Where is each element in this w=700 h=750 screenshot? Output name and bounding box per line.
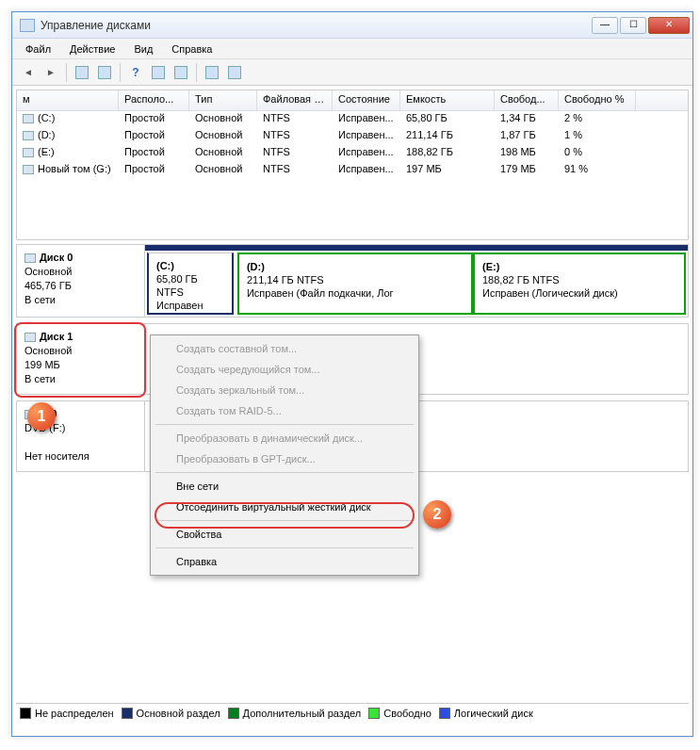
legend-item: Дополнительный раздел bbox=[228, 708, 362, 719]
app-icon bbox=[20, 19, 35, 32]
toolbar-btn-4[interactable] bbox=[171, 62, 191, 83]
titlebar[interactable]: Управление дисками — ☐ ✕ bbox=[12, 12, 692, 39]
disk-1-info[interactable]: Диск 1 Основной 199 МБ В сети bbox=[17, 324, 145, 394]
col-type[interactable]: Тип bbox=[189, 90, 257, 110]
legend: Не распределенОсновной разделДополнитель… bbox=[16, 703, 689, 732]
menu-help[interactable]: Справка bbox=[162, 41, 221, 57]
volume-list[interactable]: м Располо... Тип Файловая с... Состояние… bbox=[16, 90, 689, 240]
disk-icon bbox=[24, 333, 36, 342]
volume-row[interactable]: (C:)ПростойОсновнойNTFSИсправен...65,80 … bbox=[17, 111, 688, 128]
partition-d[interactable]: (D:)211,14 ГБ NTFSИсправен (Файл подкачк… bbox=[237, 253, 473, 315]
ctx-properties[interactable]: Свойства bbox=[154, 524, 415, 545]
toolbar-btn-1[interactable] bbox=[72, 62, 92, 83]
disk-icon bbox=[24, 253, 36, 263]
volume-row[interactable]: (E:)ПростойОсновнойNTFSИсправен...188,82… bbox=[17, 145, 688, 162]
ctx-detach-vhd[interactable]: Отсоединить виртуальный жесткий диск bbox=[154, 497, 415, 517]
legend-item: Свободно bbox=[368, 708, 431, 719]
menubar: Файл Действие Вид Справка bbox=[12, 39, 692, 59]
partition-e[interactable]: (E:)188,82 ГБ NTFSИсправен (Логический д… bbox=[473, 253, 686, 315]
minimize-button[interactable]: — bbox=[592, 17, 618, 34]
col-free[interactable]: Свобод... bbox=[495, 90, 559, 110]
volume-header-row: м Располо... Тип Файловая с... Состояние… bbox=[17, 90, 688, 111]
ctx-help[interactable]: Справка bbox=[154, 551, 415, 572]
disk-0-partitions: (C:)65,80 ГБ NTFSИсправен (Система, Загр… bbox=[145, 245, 688, 317]
menu-action[interactable]: Действие bbox=[60, 41, 124, 57]
col-name[interactable]: м bbox=[17, 90, 119, 110]
disk-graphical-view: Диск 0 Основной 465,76 ГБ В сети (C:)65,… bbox=[16, 244, 689, 472]
ctx-create-mirror: Создать зеркальный том... bbox=[154, 380, 415, 400]
col-status[interactable]: Состояние bbox=[333, 90, 400, 110]
window-title: Управление дисками bbox=[41, 19, 592, 32]
toolbar-btn-3[interactable] bbox=[148, 62, 169, 83]
legend-item: Логический диск bbox=[439, 708, 533, 719]
col-capacity[interactable]: Емкость bbox=[400, 90, 495, 110]
toolbar-btn-5[interactable] bbox=[202, 62, 222, 83]
legend-item: Не распределен bbox=[20, 708, 114, 719]
disk-0-row: Диск 0 Основной 465,76 ГБ В сети (C:)65,… bbox=[16, 244, 689, 318]
legend-item: Основной раздел bbox=[122, 708, 220, 719]
toolbar bbox=[12, 59, 692, 86]
help-icon[interactable] bbox=[125, 62, 146, 83]
menu-file[interactable]: Файл bbox=[16, 41, 60, 57]
disk-management-window: Управление дисками — ☐ ✕ Файл Действие В… bbox=[11, 11, 693, 737]
forward-button[interactable] bbox=[41, 62, 61, 83]
disk-0-info[interactable]: Диск 0 Основной 465,76 ГБ В сети bbox=[17, 245, 145, 317]
volume-row[interactable]: (D:)ПростойОсновнойNTFSИсправен...211,14… bbox=[17, 128, 688, 145]
ctx-create-raid5: Создать том RAID-5... bbox=[154, 400, 415, 421]
annotation-marker-1: 1 bbox=[27, 402, 56, 431]
toolbar-btn-2[interactable] bbox=[94, 62, 115, 83]
toolbar-btn-6[interactable] bbox=[224, 62, 245, 83]
ctx-create-spanned: Создать составной том... bbox=[154, 338, 415, 359]
close-button[interactable]: ✕ bbox=[648, 17, 690, 34]
ctx-convert-dynamic: Преобразовать в динамический диск... bbox=[154, 428, 415, 448]
volume-row[interactable]: Новый том (G:)ПростойОсновнойNTFSИсправе… bbox=[17, 162, 688, 179]
col-freep[interactable]: Свободно % bbox=[559, 90, 636, 110]
ctx-convert-gpt: Преобразовать в GPT-диск... bbox=[154, 448, 415, 469]
context-menu: Создать составной том... Создать чередую… bbox=[150, 334, 419, 576]
back-button[interactable] bbox=[18, 62, 39, 83]
annotation-marker-2: 2 bbox=[423, 500, 451, 529]
col-fs[interactable]: Файловая с... bbox=[257, 90, 333, 110]
partition-c[interactable]: (C:)65,80 ГБ NTFSИсправен (Система, Загр… bbox=[147, 253, 234, 315]
ctx-create-striped: Создать чередующийся том... bbox=[154, 359, 415, 380]
col-layout[interactable]: Располо... bbox=[119, 90, 189, 110]
menu-view[interactable]: Вид bbox=[124, 41, 162, 57]
ctx-offline[interactable]: Вне сети bbox=[154, 476, 415, 497]
maximize-button[interactable]: ☐ bbox=[620, 17, 646, 34]
